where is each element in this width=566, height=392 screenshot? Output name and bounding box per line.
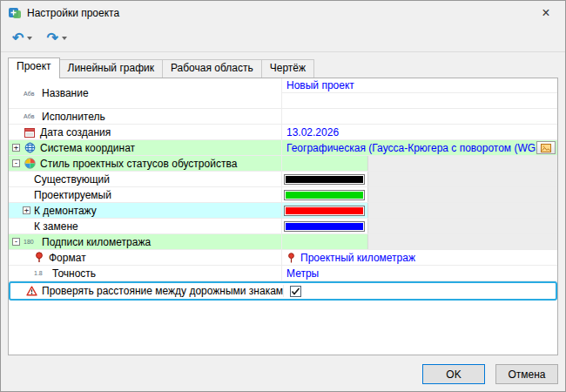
pin-icon bbox=[286, 252, 296, 263]
chevron-down-icon bbox=[27, 37, 32, 40]
value-cell[interactable]: 13.02.2026 bbox=[282, 125, 557, 139]
value-text: Географическая (Гаусса-Крюгера с поворот… bbox=[286, 142, 536, 154]
window-title: Настройки проекта bbox=[27, 7, 119, 19]
value-text: Метры bbox=[286, 267, 319, 280]
picture-icon bbox=[541, 144, 551, 152]
label-cell: 1.8Точность bbox=[9, 266, 282, 280]
row-label: Исполнитель bbox=[42, 111, 105, 123]
app-icon bbox=[8, 6, 22, 20]
value-cell bbox=[282, 187, 557, 202]
redo-button[interactable]: ↷ bbox=[42, 30, 71, 47]
label-cell: -Стиль проектных статусов обустройства bbox=[9, 156, 282, 171]
row-label: Подписи километража bbox=[42, 236, 151, 248]
titlebar: Настройки проекта × bbox=[1, 1, 565, 25]
row-label: Система координат bbox=[40, 142, 135, 154]
color-swatch[interactable] bbox=[284, 174, 365, 185]
project-settings-dialog: Настройки проекта × ↶ ↷ ПроектЛинейный г… bbox=[0, 0, 566, 392]
close-button[interactable]: × bbox=[527, 1, 565, 25]
label-cell: АбвНазвание bbox=[9, 78, 282, 108]
calendar-icon bbox=[24, 126, 36, 138]
label-cell: Проектируемый bbox=[9, 187, 282, 202]
property-grid: АбвНазваниеНовый проектАбвИсполнительДат… bbox=[8, 78, 558, 355]
grid-row[interactable]: ФорматПроектный километраж bbox=[9, 250, 557, 266]
value-text: Проектный километраж bbox=[300, 252, 415, 264]
warning-icon bbox=[25, 286, 37, 297]
category-row[interactable]: -180Подписи километража bbox=[9, 234, 557, 250]
label-cell: Существующий bbox=[9, 172, 282, 186]
grid-row[interactable]: Проектируемый bbox=[9, 187, 557, 203]
value-text: 13.02.2026 bbox=[286, 126, 339, 139]
label-cell: +Система координат bbox=[9, 140, 282, 155]
value-cell[interactable]: Метры bbox=[282, 266, 557, 280]
tab-2[interactable]: Рабочая область bbox=[162, 59, 262, 78]
grid-row[interactable]: 1.8ТочностьМетры bbox=[9, 266, 557, 281]
abc-icon: Абв bbox=[24, 88, 37, 99]
grid-row[interactable]: Существующий bbox=[9, 172, 557, 187]
color-swatch[interactable] bbox=[284, 190, 365, 200]
value-cell bbox=[282, 234, 557, 249]
ok-button[interactable]: OK bbox=[422, 364, 485, 384]
globe-icon bbox=[24, 142, 36, 153]
toolbar: ↶ ↷ bbox=[1, 25, 565, 52]
label-cell: Дата создания bbox=[9, 125, 282, 139]
undo-icon: ↶ bbox=[12, 31, 24, 45]
km-icon: 180 bbox=[24, 236, 37, 247]
label-cell: АбвИсполнитель bbox=[9, 109, 282, 124]
label-cell: К замене bbox=[9, 219, 282, 233]
collapse-icon[interactable]: - bbox=[12, 159, 20, 167]
grid-row[interactable]: К замене bbox=[9, 219, 557, 234]
abc-icon: Абв bbox=[24, 111, 37, 122]
row-label: Проектируемый bbox=[34, 189, 111, 201]
row-label: Дата создания bbox=[40, 126, 111, 139]
value-cell[interactable]: Новый проект bbox=[282, 78, 557, 108]
expand-icon[interactable]: + bbox=[12, 144, 20, 152]
grid-row[interactable]: +К демонтажу bbox=[9, 203, 557, 219]
color-swatch[interactable] bbox=[284, 206, 365, 216]
grid-row[interactable]: Проверять расстояние между дорожными зна… bbox=[9, 281, 557, 301]
tab-0[interactable]: Проект bbox=[8, 57, 60, 78]
collapse-icon[interactable]: - bbox=[12, 238, 20, 246]
grid-row[interactable]: АбвНазваниеНовый проект bbox=[9, 78, 557, 109]
cancel-button[interactable]: Отмена bbox=[495, 364, 558, 384]
checkbox[interactable] bbox=[290, 286, 301, 297]
row-label: Проверять расстояние между дорожными зна… bbox=[42, 285, 284, 297]
value-cell bbox=[282, 172, 557, 186]
value-cell bbox=[282, 203, 557, 218]
row-label: Формат bbox=[49, 252, 86, 264]
value-text: Новый проект bbox=[286, 79, 354, 91]
value-cell[interactable]: Проектный километраж bbox=[282, 250, 557, 265]
label-cell: -180Подписи километража bbox=[9, 234, 282, 249]
value-cell bbox=[282, 219, 557, 233]
palette-icon bbox=[24, 158, 36, 169]
tab-3[interactable]: Чертёж bbox=[261, 59, 314, 78]
value-cell[interactable] bbox=[282, 109, 557, 124]
tab-1[interactable]: Линейный график bbox=[59, 59, 163, 78]
undo-button[interactable]: ↶ bbox=[8, 30, 37, 47]
precision-icon: 1.8 bbox=[34, 267, 48, 279]
chevron-down-icon bbox=[62, 37, 67, 40]
row-label: К демонтажу bbox=[34, 205, 97, 217]
redo-icon: ↷ bbox=[46, 31, 57, 45]
footer: OK Отмена bbox=[1, 364, 558, 384]
row-label: Название bbox=[42, 87, 89, 99]
label-cell: +К демонтажу bbox=[9, 203, 282, 218]
row-label: Точность bbox=[52, 267, 96, 280]
value-cell bbox=[282, 156, 557, 171]
value-cell[interactable]: Географическая (Гаусса-Крюгера с поворот… bbox=[282, 140, 557, 155]
row-label: К замене bbox=[34, 220, 78, 233]
grid-row[interactable]: +Система координатГеографическая (Гаусса… bbox=[9, 140, 557, 156]
label-cell: Проверять расстояние между дорожными зна… bbox=[10, 285, 284, 297]
row-label: Существующий bbox=[34, 173, 110, 186]
grid-row[interactable]: Дата создания13.02.2026 bbox=[9, 125, 557, 140]
coordinate-system-picker-button[interactable] bbox=[536, 141, 556, 154]
expand-icon[interactable]: + bbox=[23, 206, 30, 214]
category-row[interactable]: -Стиль проектных статусов обустройства bbox=[9, 156, 557, 172]
value-cell bbox=[284, 286, 556, 297]
grid-row[interactable]: АбвИсполнитель bbox=[9, 109, 557, 125]
tab-bar: ПроектЛинейный графикРабочая областьЧерт… bbox=[1, 57, 565, 78]
color-swatch[interactable] bbox=[284, 221, 365, 232]
label-cell: Формат bbox=[9, 250, 282, 265]
row-label: Стиль проектных статусов обустройства bbox=[40, 158, 237, 170]
format-icon bbox=[34, 252, 44, 263]
